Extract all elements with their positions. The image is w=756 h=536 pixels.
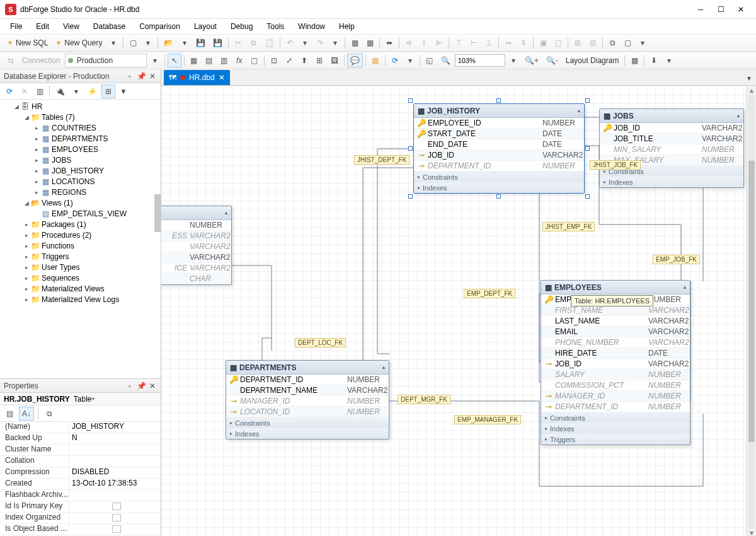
diagram-canvas[interactable]: ▦JOB_HISTORY▴ 🔑EMPLOYEE_IDNUMBER🔑START_D… bbox=[161, 86, 756, 536]
menu-layout[interactable]: Layout bbox=[188, 20, 223, 33]
dropdown-icon[interactable]: ▾ bbox=[298, 36, 312, 50]
entity-column[interactable]: PHONE_NUMBERVARCHAR2 bbox=[541, 337, 690, 348]
fk-label[interactable]: EMP_JOB_FK bbox=[653, 255, 700, 264]
zoom-out-icon[interactable]: 🔍- bbox=[543, 54, 561, 67]
entity-column[interactable]: 🔑EMPLOYEE_IDNUMBER bbox=[414, 118, 584, 129]
fk-label[interactable]: DEPT_MGR_FK bbox=[398, 395, 450, 404]
close-button[interactable]: ✕ bbox=[731, 1, 751, 18]
entity-column[interactable]: COMMISSION_PCTNUMBER bbox=[541, 380, 690, 391]
image-icon[interactable]: 🖼 bbox=[328, 54, 341, 67]
entity-column[interactable]: END_DATEDATE bbox=[414, 139, 584, 150]
zoom-icon[interactable]: 🔍 bbox=[438, 54, 454, 67]
entity-section[interactable]: ▸Indexes bbox=[414, 182, 584, 193]
tree-table-item[interactable]: ▸▦JOB_HISTORY bbox=[0, 165, 161, 176]
entity-column[interactable]: ⊸MANAGER_IDNUMBER bbox=[541, 391, 690, 402]
properties-icon[interactable]: ⧉ bbox=[42, 407, 56, 421]
menu-database[interactable]: Database bbox=[87, 20, 132, 33]
entity-column[interactable]: EMAILVARCHAR2 bbox=[541, 327, 690, 337]
menu-window[interactable]: Window bbox=[292, 20, 331, 33]
entity-column[interactable]: CHAR bbox=[161, 274, 231, 284]
toolbar-icon[interactable]: ▦ bbox=[348, 36, 362, 50]
tree-tables-folder[interactable]: ◢📁Tables (7) bbox=[0, 112, 161, 122]
entity-column[interactable]: JOB_TITLEVARCHAR2 bbox=[600, 134, 743, 144]
tree-table-item[interactable]: ▸▦JOBS bbox=[0, 154, 161, 165]
refresh-icon[interactable]: ⟳ bbox=[388, 54, 402, 67]
toolbar-icon[interactable]: ▾ bbox=[141, 36, 155, 50]
tab-menu-icon[interactable]: ▾ bbox=[742, 71, 756, 85]
property-row[interactable]: Created13-Oct-10 17:38:53 bbox=[0, 479, 161, 490]
menu-edit[interactable]: Edit bbox=[30, 20, 55, 33]
open-icon[interactable]: 📂 bbox=[161, 36, 176, 50]
dropdown-icon[interactable]: ▾ bbox=[69, 84, 83, 98]
entity-column[interactable]: HIRE_DATEDATE bbox=[541, 348, 690, 359]
scroll-down-icon[interactable]: ▾ bbox=[750, 528, 753, 536]
property-row[interactable]: (Name)JOB_HISTORY bbox=[0, 422, 161, 433]
toolbar-icon[interactable]: ⤢ bbox=[282, 54, 296, 67]
toolbar-icon[interactable]: ⊞ bbox=[101, 84, 115, 98]
table-icon[interactable]: ▦ bbox=[187, 54, 201, 67]
layout-diagram-button[interactable]: Layout Diagram bbox=[563, 54, 622, 67]
tree-table-item[interactable]: ▸▦COUNTRIES bbox=[0, 122, 161, 133]
window-pos-icon[interactable]: ▫ bbox=[125, 72, 134, 81]
toolbar-icon[interactable]: ⧉ bbox=[605, 36, 619, 50]
connection-dropdown[interactable]: Production bbox=[65, 54, 147, 67]
property-row[interactable]: Backed UpN bbox=[0, 433, 161, 445]
toolbar-icon[interactable]: ▦ bbox=[363, 36, 377, 50]
zoom-in-icon[interactable]: 🔍+ bbox=[522, 54, 542, 67]
fk-label[interactable]: JHIST_DEPT_FK bbox=[354, 155, 410, 165]
entity-column[interactable]: 🔑DEPARTMENT_IDNUMBER bbox=[226, 375, 389, 385]
entity-section[interactable]: ▸Indexes bbox=[600, 177, 743, 187]
new-query-button[interactable]: ✦New Query bbox=[52, 36, 105, 50]
minimize-button[interactable]: ─ bbox=[690, 1, 711, 18]
tree-folder-item[interactable]: ▸📁Procedures (2) bbox=[0, 230, 161, 240]
dropdown-icon[interactable]: ▾ bbox=[636, 36, 650, 50]
entity-departments[interactable]: ▦DEPARTMENTS▴ 🔑DEPARTMENT_IDNUMBERDEPART… bbox=[226, 360, 389, 440]
entity-column[interactable]: VARCHAR2 bbox=[161, 252, 231, 263]
entity-column[interactable]: FIRST_NAMEVARCHAR2 bbox=[541, 305, 690, 316]
tab-close-icon[interactable]: ✕ bbox=[219, 73, 225, 82]
maximize-button[interactable]: ☐ bbox=[711, 1, 731, 18]
scroll-up-icon[interactable]: ▴ bbox=[750, 86, 753, 96]
toolbar-icon[interactable]: ▢ bbox=[621, 36, 634, 50]
properties-grid[interactable]: (Name)JOB_HISTORYBacked UpNCluster NameC… bbox=[0, 422, 161, 536]
tree-views-folder[interactable]: ◢📂Views (1) bbox=[0, 197, 161, 208]
fk-label[interactable]: EMP_MANAGER_FK bbox=[454, 415, 521, 424]
entity-section[interactable]: ▸Constraints bbox=[414, 172, 584, 182]
tree-folder-item[interactable]: ▸📁Sequences bbox=[0, 272, 161, 283]
entity-column[interactable]: ⊸JOB_IDVARCHAR2 bbox=[414, 150, 584, 161]
menu-view[interactable]: View bbox=[57, 20, 86, 33]
tree-table-item[interactable]: ▸▦LOCATIONS bbox=[0, 176, 161, 187]
save-icon[interactable]: 💾 bbox=[193, 36, 209, 50]
view-icon[interactable]: ▤ bbox=[202, 54, 216, 67]
toolbar-icon[interactable]: ▾ bbox=[403, 54, 417, 67]
dropdown-icon[interactable]: ▾ bbox=[328, 36, 342, 50]
property-row[interactable]: Id Is Primary Key bbox=[0, 501, 161, 513]
fx-icon[interactable]: fx bbox=[232, 54, 246, 67]
entity-column[interactable]: 🔑START_DATEDATE bbox=[414, 129, 584, 139]
toolbar-icon[interactable]: ▦ bbox=[369, 54, 382, 67]
property-row[interactable]: Cluster Name bbox=[0, 445, 161, 456]
entity-column[interactable]: ⊸JOB_IDVARCHAR2 bbox=[541, 359, 690, 370]
sort-icon[interactable]: A↓ bbox=[19, 407, 34, 421]
tree-folder-item[interactable]: ▸📁Materialized View Logs bbox=[0, 294, 161, 305]
entity-column[interactable]: DEPARTMENT_NAMEVARCHAR2 bbox=[226, 385, 389, 396]
entity-section[interactable]: ▸Constraints bbox=[226, 417, 389, 428]
filter-icon[interactable]: ▼ bbox=[117, 84, 130, 98]
dropdown-icon[interactable]: ▾ bbox=[148, 54, 162, 67]
tree-folder-item[interactable]: ▸📁Materialized Views bbox=[0, 283, 161, 294]
entity-jobs[interactable]: ▦JOBS▴ 🔑JOB_IDVARCHAR2JOB_TITLEVARCHAR2M… bbox=[599, 108, 744, 188]
tree-view-item[interactable]: ▤EMP_DETAILS_VIEW bbox=[0, 208, 161, 219]
toolbar-icon[interactable]: ⊞ bbox=[312, 54, 326, 67]
menu-tools[interactable]: Tools bbox=[260, 20, 290, 33]
toolbar-icon[interactable]: 🔌 bbox=[52, 84, 68, 98]
property-row[interactable]: Index Organized bbox=[0, 513, 161, 524]
tree-table-item[interactable]: ▸▦REGIONS bbox=[0, 187, 161, 197]
scrollbar-thumb[interactable] bbox=[154, 194, 161, 232]
db-tree[interactable]: ◢🗄HR ◢📁Tables (7) ▸▦COUNTRIES▸▦DEPARTMEN… bbox=[0, 100, 161, 378]
toolbar-icon[interactable]: ▢ bbox=[248, 54, 261, 67]
pin-icon[interactable]: 📌 bbox=[137, 382, 146, 390]
note-icon[interactable]: 💬 bbox=[347, 54, 363, 67]
property-row[interactable]: Flashback Archiv... bbox=[0, 490, 161, 501]
entity-column[interactable]: ⊸LOCATION_IDNUMBER bbox=[226, 407, 389, 417]
properties-subject[interactable]: HR.JOB_HISTORY Table ▾ bbox=[0, 393, 161, 405]
